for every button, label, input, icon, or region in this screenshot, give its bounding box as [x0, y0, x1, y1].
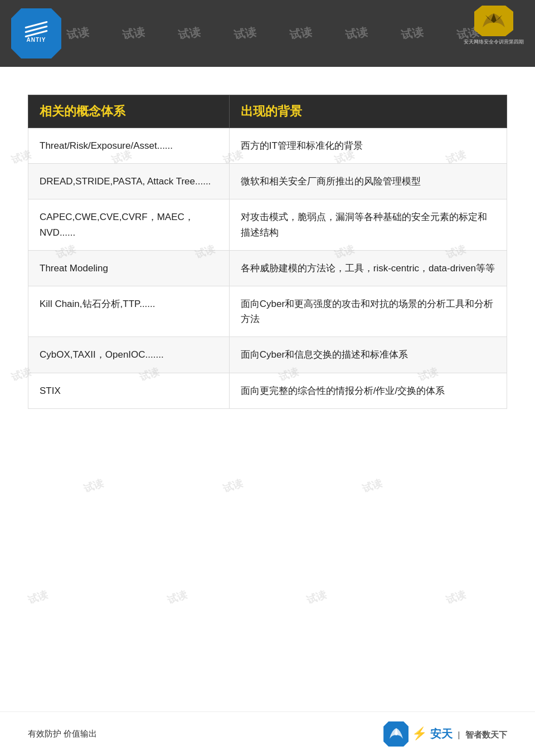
table-cell-col1-3: Threat Modeling	[28, 250, 230, 286]
page-wm-17: 试读	[26, 588, 50, 607]
table-row: DREAD,STRIDE,PASTA, Attack Tree......微软和…	[28, 164, 507, 199]
top-right-logo-icon	[474, 6, 513, 36]
table-cell-col1-1: DREAD,STRIDE,PASTA, Attack Tree......	[28, 164, 230, 199]
page-wm-14: 试读	[82, 476, 105, 496]
watermark-5: 试读	[289, 24, 313, 43]
page-wm-15: 试读	[221, 476, 245, 496]
watermark-4: 试读	[233, 24, 257, 43]
logo-text: ANTIY	[27, 37, 46, 43]
watermark-7: 试读	[400, 24, 425, 43]
table-cell-col2-0: 西方的IT管理和标准化的背景	[229, 128, 507, 164]
table-cell-col2-4: 面向Cyber和更高强度的攻击和对抗的场景的分析工具和分析方法	[229, 286, 507, 336]
footer-logo-svg	[387, 726, 405, 742]
table-row: Threat/Risk/Exposure/Asset......西方的IT管理和…	[28, 128, 507, 164]
footer-brand: ⚡ 安天 | 智者数天下	[412, 728, 507, 740]
watermark-3: 试读	[177, 24, 202, 43]
table-row: Kill Chain,钻石分析,TTP......面向Cyber和更高强度的攻击…	[28, 286, 507, 336]
table-cell-col1-6: STIX	[28, 373, 230, 408]
table-cell-col2-6: 面向更完整的综合性的情报分析/作业/交换的体系	[229, 373, 507, 408]
table-cell-col1-0: Threat/Risk/Exposure/Asset......	[28, 128, 230, 164]
footer-brand-sub: 智者数天下	[465, 730, 507, 739]
footer-logo-badge	[383, 721, 408, 747]
page-wm-16: 试读	[361, 476, 384, 496]
table-row: CybOX,TAXII，OpenIOC.......面向Cyber和信息交换的描…	[28, 337, 507, 373]
page-wm-20: 试读	[444, 588, 468, 607]
col2-header: 出现的背景	[229, 95, 507, 128]
top-right-subtitle: 安天网络安全令训营第四期	[464, 38, 524, 46]
top-right-logo-svg	[480, 11, 508, 32]
page-wm-19: 试读	[305, 588, 328, 607]
concept-table: 相关的概念体系 出现的背景 Threat/Risk/Exposure/Asset…	[28, 95, 507, 409]
footer: 有效防护 价值输出 ⚡ 安天 | 智者数天下	[0, 711, 535, 756]
main-content: 试读 试读 试读 试读 试读 试读 试读 试读 试读 试读 试读 试读 试读 试…	[0, 67, 535, 711]
footer-brand-container: ⚡ 安天 | 智者数天下	[412, 726, 507, 742]
footer-logo: ⚡ 安天 | 智者数天下	[383, 721, 507, 747]
col1-header: 相关的概念体系	[28, 95, 230, 128]
lightning-icon: ⚡	[412, 726, 427, 740]
table-row: Threat Modeling各种威胁建模的方法论，工具，risk-centri…	[28, 250, 507, 286]
watermark-6: 试读	[344, 24, 369, 43]
header: ANTIY 试读 试读 试读 试读 试读 试读 试读 试读 安天网络安全令训营第…	[0, 0, 535, 67]
table-cell-col2-3: 各种威胁建模的方法论，工具，risk-centric，data-driven等等	[229, 250, 507, 286]
page-wm-18: 试读	[166, 588, 189, 607]
table-row: CAPEC,CWE,CVE,CVRF，MAEC，NVD......对攻击模式，脆…	[28, 199, 507, 250]
table-row: STIX面向更完整的综合性的情报分析/作业/交换的体系	[28, 373, 507, 408]
logo-lines	[25, 24, 48, 35]
watermark-1: 试读	[66, 24, 90, 43]
table-cell-col2-1: 微软和相关安全厂商所推出的风险管理模型	[229, 164, 507, 199]
table-header-row: 相关的概念体系 出现的背景	[28, 95, 507, 128]
header-watermarks: 试读 试读 试读 试读 试读 试读 试读 试读	[50, 0, 535, 67]
footer-divider: |	[458, 730, 460, 739]
table-cell-col1-5: CybOX,TAXII，OpenIOC.......	[28, 337, 230, 373]
top-right-logo: 安天网络安全令训营第四期	[464, 6, 524, 46]
footer-slogan: 有效防护 价值输出	[28, 729, 97, 739]
table-cell-col2-5: 面向Cyber和信息交换的描述和标准体系	[229, 337, 507, 373]
watermark-2: 试读	[121, 24, 146, 43]
table-cell-col1-4: Kill Chain,钻石分析,TTP......	[28, 286, 230, 336]
table-cell-col2-2: 对攻击模式，脆弱点，漏洞等各种基础的安全元素的标定和描述结构	[229, 199, 507, 250]
table-cell-col1-2: CAPEC,CWE,CVE,CVRF，MAEC，NVD......	[28, 199, 230, 250]
footer-brand-text: 安天	[430, 728, 453, 740]
